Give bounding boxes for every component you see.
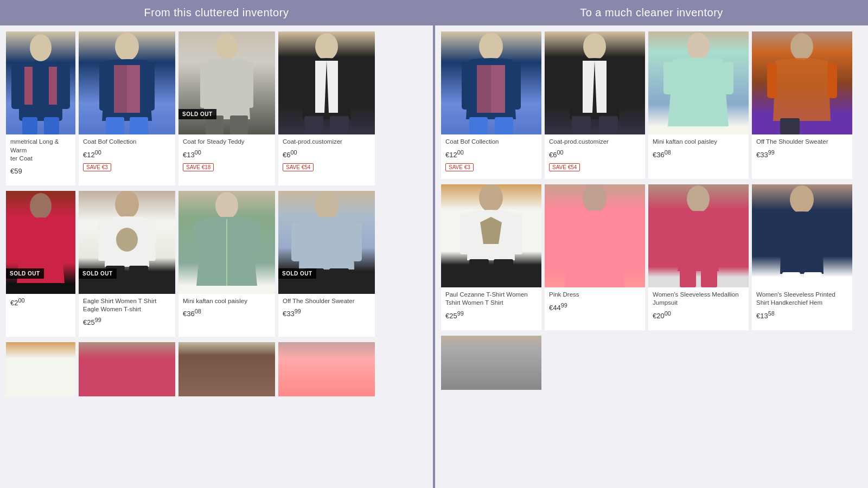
product-card[interactable]: Coat Bof Collection €1200 SAVE €3 — [79, 31, 175, 185]
svg-rect-53 — [723, 62, 733, 94]
svg-rect-24 — [14, 221, 23, 260]
svg-rect-45 — [495, 117, 513, 134]
save-badge: SAVE €54 — [549, 163, 580, 171]
product-title: Off The Shoulder Sweater — [283, 297, 371, 306]
svg-rect-44 — [469, 117, 488, 134]
svg-rect-63 — [494, 259, 513, 287]
svg-rect-69 — [701, 270, 717, 287]
product-title: Mini kaftan cool paisley — [183, 297, 271, 306]
svg-rect-33 — [194, 221, 205, 254]
svg-point-36 — [315, 192, 339, 220]
svg-point-29 — [116, 228, 138, 252]
product-price: €3399 — [756, 151, 775, 159]
svg-rect-6 — [22, 117, 37, 134]
figure — [6, 342, 75, 396]
right-panel-header: To a much cleaner inventory — [435, 0, 868, 25]
svg-rect-47 — [565, 62, 575, 110]
price-wrap: €200 — [10, 297, 71, 307]
product-image: SOLD OUT — [278, 191, 375, 294]
svg-rect-38 — [352, 222, 362, 261]
svg-rect-72 — [821, 215, 831, 253]
svg-rect-73 — [782, 272, 800, 287]
product-card[interactable]: Coat-prod.customizer €600 SAVE €54 — [545, 31, 645, 179]
svg-rect-22 — [330, 116, 349, 134]
figure — [6, 31, 75, 134]
product-card[interactable]: Women's Sleeveless Medallion Jumpsuit €2… — [648, 184, 749, 330]
figure — [79, 31, 175, 134]
svg-point-67 — [687, 185, 710, 213]
svg-point-8 — [115, 33, 139, 61]
product-card[interactable]: Paul Cezanne T-Shirt Women Tshirt Women … — [441, 184, 541, 330]
svg-rect-11 — [106, 117, 124, 134]
svg-rect-9 — [99, 63, 111, 111]
save-badge: SAVE €3 — [445, 163, 474, 171]
product-card[interactable]: Mini kaftan cool paisley €3608 — [648, 31, 749, 179]
svg-point-0 — [30, 34, 52, 61]
svg-rect-52 — [663, 62, 674, 94]
product-image: SOLD OUT — [6, 191, 75, 294]
product-title: Coat-prod.customizer — [283, 138, 371, 146]
svg-marker-61 — [480, 217, 502, 244]
product-info: Off The Shoulder Sweater €3399 — [752, 134, 852, 164]
product-card[interactable]: SOLD OUT €200 — [6, 191, 75, 337]
product-info: Coat-prod.customizer €600 SAVE €54 — [545, 134, 645, 174]
figure — [648, 31, 749, 134]
price-wrap: €1200 — [83, 149, 171, 159]
product-card[interactable]: Mini kaftan cool paisley €3608 — [178, 191, 275, 337]
product-image — [441, 336, 541, 390]
svg-point-23 — [30, 193, 52, 219]
svg-rect-48 — [615, 62, 624, 110]
product-price: €4499 — [549, 304, 567, 312]
price-wrap: €3608 — [653, 149, 744, 159]
svg-rect-21 — [304, 116, 323, 134]
svg-rect-42 — [462, 62, 473, 110]
product-card[interactable]: Women's Sleeveless Printed Shirt Handker… — [752, 184, 852, 330]
price-wrap: €600 — [283, 149, 371, 159]
product-card[interactable] — [441, 336, 541, 390]
price-wrap: €1200 — [445, 149, 537, 159]
product-card[interactable] — [79, 342, 175, 396]
product-info: Off The Shoulder Sweater €3399 — [278, 294, 375, 323]
product-image — [178, 342, 275, 396]
svg-rect-3 — [49, 67, 57, 105]
product-card[interactable] — [178, 342, 275, 396]
figure — [545, 31, 645, 134]
product-title: Women's Sleeveless Medallion Jumpsuit — [653, 291, 744, 307]
product-price: €1300 — [183, 151, 201, 159]
figure — [752, 31, 852, 134]
product-card[interactable] — [6, 342, 75, 396]
save-badge: SAVE €3 — [83, 163, 111, 171]
product-image — [648, 184, 749, 287]
product-card[interactable]: SOLD OUT Eagle Shirt Women T ShirtEagle … — [79, 191, 175, 337]
left-row-1: mmetrical Long & Warmter Coat €59 — [4, 30, 429, 187]
product-card[interactable] — [278, 342, 375, 396]
product-title: Coat Bof Collection — [445, 138, 537, 146]
product-card[interactable]: Coat Bof Collection €1200 SAVE €3 — [441, 31, 541, 179]
product-info: Women's Sleeveless Printed Shirt Handker… — [752, 287, 852, 325]
product-info: Eagle Shirt Women T ShirtEagle Women T-s… — [79, 294, 175, 331]
product-card[interactable]: Off The Shoulder Sweater €3399 — [752, 31, 852, 179]
product-card[interactable]: SOLD OUT Coat for Steady Teddy €1300 SAV… — [178, 31, 275, 185]
figure — [278, 342, 375, 396]
svg-point-26 — [115, 191, 139, 219]
product-image — [178, 191, 275, 294]
svg-point-41 — [479, 33, 503, 61]
product-card[interactable]: SOLD OUT Off The Shoulder Sweater €3399 — [278, 191, 375, 337]
save-badge: SAVE €18 — [183, 163, 214, 171]
product-card[interactable]: Pink Dress €4499 — [545, 184, 645, 330]
right-row-1: Coat Bof Collection €1200 SAVE €3 — [439, 30, 864, 181]
product-card[interactable]: Coat-prod.customizer €600 SAVE €54 — [278, 31, 375, 185]
product-image — [441, 184, 541, 287]
product-info: Pink Dress €4499 — [545, 287, 645, 317]
price-wrap: €4499 — [549, 301, 641, 312]
price-wrap: €3608 — [183, 308, 271, 318]
product-image: SOLD OUT — [178, 31, 275, 134]
right-panel-content: Coat Bof Collection €1200 SAVE €3 — [435, 25, 868, 488]
product-info: Paul Cezanne T-Shirt Women Tshirt Women … — [441, 287, 541, 325]
product-card[interactable]: mmetrical Long & Warmter Coat €59 — [6, 31, 75, 185]
svg-rect-15 — [242, 62, 253, 108]
figure — [441, 31, 541, 134]
svg-rect-25 — [58, 221, 68, 260]
product-price: €59 — [10, 167, 22, 175]
price-wrap: €3399 — [283, 308, 371, 318]
